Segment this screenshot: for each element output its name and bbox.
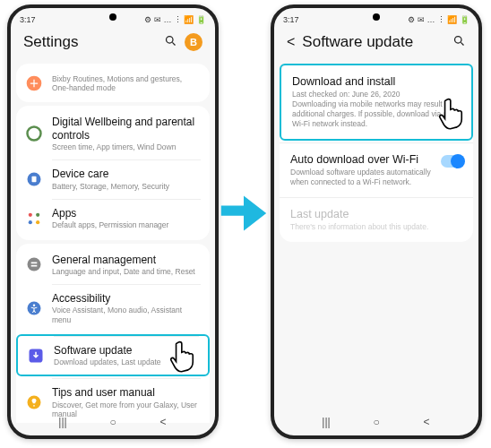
settings-item-title: Software update xyxy=(54,344,199,357)
phone-settings: 3:17 ⚙ ✉ … ⋮ 📶 🔋 Settings B Bixby Routin… xyxy=(7,4,219,439)
last-sub: There's no information about this update… xyxy=(290,222,462,232)
statusbar-icons: ⚙ ✉ … ⋮ 📶 🔋 xyxy=(144,15,206,24)
svg-rect-12 xyxy=(31,265,38,267)
settings-item-software-update[interactable]: Software update Download updates, Last u… xyxy=(16,334,210,377)
svg-point-20 xyxy=(455,36,462,43)
auto-sub: Download software updates automatically … xyxy=(290,168,462,187)
settings-item-devicecare[interactable]: Device care Battery, Storage, Memory, Se… xyxy=(16,159,210,199)
svg-rect-11 xyxy=(31,263,38,264)
svg-point-14 xyxy=(33,304,36,306)
search-icon[interactable] xyxy=(164,34,177,51)
settings-item-title: Digital Wellbeing and parental controls xyxy=(52,116,201,142)
last-update: Last update There's no information about… xyxy=(280,197,473,242)
nav-recents-icon[interactable]: ||| xyxy=(317,416,335,428)
settings-item-sub: Download updates, Last update xyxy=(54,358,199,366)
accessibility-icon xyxy=(25,299,43,317)
settings-item-sub: Battery, Storage, Memory, Security xyxy=(52,182,201,191)
arrow-icon xyxy=(219,188,269,238)
svg-point-8 xyxy=(29,220,32,224)
svg-point-9 xyxy=(36,220,39,224)
statusbar-time: 3:17 xyxy=(283,15,299,24)
auto-title: Auto download over Wi-Fi xyxy=(290,153,462,166)
nav-recents-icon[interactable]: ||| xyxy=(54,416,72,428)
devicecare-icon xyxy=(25,170,43,188)
tips-icon xyxy=(25,393,43,411)
svg-point-10 xyxy=(28,258,41,271)
svg-point-6 xyxy=(29,212,32,216)
auto-download-toggle[interactable]: Auto download over Wi-Fi Download softwa… xyxy=(280,142,473,197)
settings-list[interactable]: Bixby Routines, Motions and gestures, On… xyxy=(11,60,215,423)
page-title: Settings xyxy=(23,33,157,51)
settings-item-title: Apps xyxy=(52,207,201,220)
general-icon xyxy=(25,255,43,273)
search-icon[interactable] xyxy=(452,34,466,51)
camera-notch xyxy=(109,13,116,21)
nav-home-icon[interactable]: ○ xyxy=(104,416,122,428)
back-icon[interactable]: < xyxy=(287,34,295,50)
toggle-on-icon[interactable] xyxy=(441,155,464,168)
settings-item-title: Accessibility xyxy=(52,292,201,305)
nav-home-icon[interactable]: ○ xyxy=(367,416,385,428)
settings-item-accessibility[interactable]: Accessibility Voice Assistant, Mono audi… xyxy=(16,284,210,332)
page-title: Software update xyxy=(302,33,445,51)
settings-item-sub: Default apps, Permission manager xyxy=(52,220,201,229)
settings-item-wellbeing[interactable]: Digital Wellbeing and parental controls … xyxy=(16,108,210,159)
update-header: < Software update xyxy=(274,28,478,60)
svg-point-0 xyxy=(167,36,174,43)
settings-item-apps[interactable]: Apps Default apps, Permission manager xyxy=(16,199,210,238)
last-title: Last update xyxy=(290,208,462,220)
settings-item-sub: Bixby Routines, Motions and gestures, On… xyxy=(52,74,201,92)
settings-item-title: General management xyxy=(52,254,201,266)
phone-update: 3:17 ⚙ ✉ … ⋮ 📶 🔋 < Software update Downl… xyxy=(271,4,482,439)
settings-item-sub: Language and input, Date and time, Reset xyxy=(52,267,201,276)
nav-back-icon[interactable]: < xyxy=(154,416,172,428)
settings-item-advanced[interactable]: Bixby Routines, Motions and gestures, On… xyxy=(16,65,210,100)
update-content[interactable]: Download and install Last checked on: Ju… xyxy=(274,60,478,423)
avatar[interactable]: B xyxy=(185,33,202,51)
advanced-icon xyxy=(25,74,43,92)
settings-header: Settings B xyxy=(11,28,215,60)
settings-item-title: Device care xyxy=(52,168,201,180)
svg-point-7 xyxy=(36,212,39,216)
svg-rect-5 xyxy=(32,177,37,183)
svg-line-21 xyxy=(461,42,463,45)
settings-item-title: Tips and user manual xyxy=(52,386,201,399)
update-icon xyxy=(27,347,45,365)
navbar: ||| ○ < xyxy=(11,412,215,432)
statusbar-icons: ⚙ ✉ … ⋮ 📶 🔋 xyxy=(408,15,469,24)
download-sub: Last checked on: June 26, 2020 Downloadi… xyxy=(292,90,461,129)
camera-notch xyxy=(373,13,380,21)
navbar: ||| ○ < xyxy=(274,412,478,432)
settings-item-sub: Screen time, App timers, Wind Down xyxy=(52,142,201,151)
apps-icon xyxy=(25,210,43,228)
settings-item-sub: Voice Assistant, Mono audio, Assistant m… xyxy=(52,306,201,323)
download-title: Download and install xyxy=(292,75,461,88)
settings-item-general[interactable]: General management Language and input, D… xyxy=(16,246,210,285)
wellbeing-icon xyxy=(25,125,43,142)
download-and-install[interactable]: Download and install Last checked on: Ju… xyxy=(280,64,473,141)
svg-point-3 xyxy=(28,127,41,141)
statusbar-time: 3:17 xyxy=(20,15,36,24)
svg-line-1 xyxy=(172,42,175,45)
nav-back-icon[interactable]: < xyxy=(418,416,435,428)
